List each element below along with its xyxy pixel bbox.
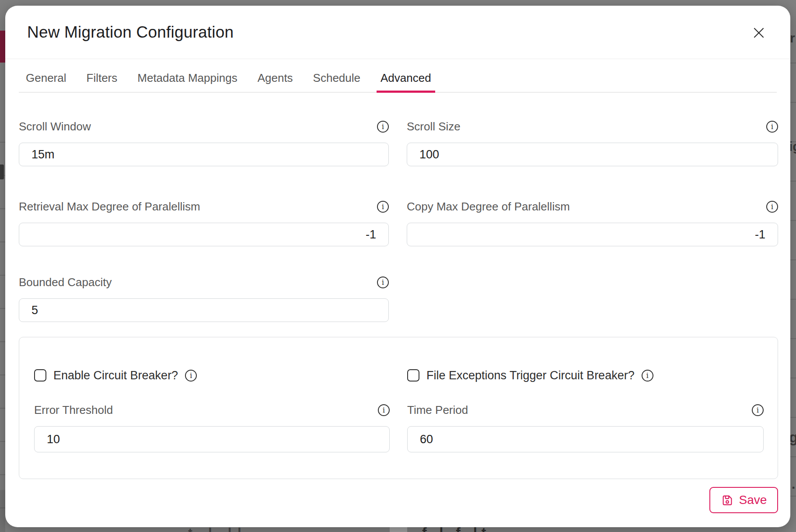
dialog-header: New Migration Configuration [5, 6, 790, 59]
screen: r ig g. . t l ll f l f lt New Migration … [0, 0, 796, 532]
info-icon[interactable]: i [377, 121, 389, 133]
retrieval-mdop-field: Retrieval Max Degree of Paralellism i -1 [19, 198, 389, 246]
scroll-window-value: 15m [31, 148, 55, 161]
empty-cell [407, 273, 778, 322]
enable-circuit-breaker-checkbox[interactable] [34, 369, 46, 382]
dialog-body: Scroll Window i 15m Scroll Size i 100 [5, 93, 790, 513]
info-icon[interactable]: i [377, 201, 389, 213]
tab-filters[interactable]: Filters [87, 71, 118, 92]
field-row-1: Scroll Window i 15m Scroll Size i 100 [19, 118, 778, 166]
time-period-value: 60 [420, 433, 433, 446]
save-button[interactable]: Save [709, 487, 778, 513]
threshold-row: Error Threshold i 10 Time Period i [34, 401, 763, 452]
circuit-breaker-section: Enable Circuit Breaker? i File Exception… [19, 337, 778, 479]
new-migration-configuration-dialog: New Migration Configuration General Filt… [5, 6, 790, 527]
backdrop-glyph-fragment [0, 164, 4, 179]
scroll-size-value: 100 [419, 148, 439, 161]
time-period-label: Time Period [407, 403, 468, 417]
retrieval-mdop-label: Retrieval Max Degree of Paralellism [19, 200, 200, 214]
enable-circuit-breaker-control: Enable Circuit Breaker? i [34, 369, 390, 382]
error-threshold-field: Error Threshold i 10 [34, 401, 390, 452]
dialog-title: New Migration Configuration [27, 23, 234, 42]
bounded-capacity-input[interactable]: 5 [19, 298, 389, 322]
scroll-window-label: Scroll Window [19, 120, 91, 133]
tab-agents[interactable]: Agents [258, 71, 293, 92]
retrieval-mdop-input[interactable]: -1 [19, 223, 389, 246]
error-threshold-value: 10 [47, 433, 60, 446]
bounded-capacity-field: Bounded Capacity i 5 [19, 273, 389, 322]
save-icon [721, 494, 734, 507]
backdrop-shade-left [0, 490, 5, 532]
scroll-size-label: Scroll Size [407, 120, 461, 133]
enable-circuit-breaker-label: Enable Circuit Breaker? [53, 369, 178, 382]
tab-advanced[interactable]: Advanced [381, 71, 431, 92]
backdrop-text-fragment: r [790, 32, 795, 45]
dialog-footer: Save [19, 487, 778, 513]
info-icon[interactable]: i [752, 404, 764, 416]
info-icon[interactable]: i [766, 121, 778, 133]
copy-mdop-field: Copy Max Degree of Paralellism i -1 [407, 198, 778, 246]
scroll-size-field: Scroll Size i 100 [407, 118, 778, 166]
save-button-label: Save [739, 493, 767, 507]
file-exceptions-trigger-control: File Exceptions Trigger Circuit Breaker?… [407, 369, 764, 382]
copy-mdop-label: Copy Max Degree of Paralellism [407, 200, 570, 214]
close-icon [752, 26, 766, 40]
error-threshold-label: Error Threshold [34, 403, 113, 417]
info-icon[interactable]: i [766, 201, 778, 213]
close-button[interactable] [750, 24, 768, 42]
tab-general[interactable]: General [26, 71, 66, 92]
file-exceptions-trigger-label: File Exceptions Trigger Circuit Breaker? [426, 369, 635, 382]
scroll-window-input[interactable]: 15m [19, 143, 389, 166]
scroll-size-input[interactable]: 100 [407, 143, 778, 166]
copy-mdop-value: -1 [755, 228, 765, 242]
info-icon[interactable]: i [642, 370, 653, 382]
info-icon[interactable]: i [185, 370, 197, 382]
backdrop-rows-right [790, 24, 796, 527]
bounded-capacity-label: Bounded Capacity [19, 276, 112, 289]
info-icon[interactable]: i [378, 404, 390, 416]
checkbox-row: Enable Circuit Breaker? i File Exception… [34, 369, 763, 401]
backdrop-text-fragment: . [792, 478, 795, 491]
tab-metadata-mappings[interactable]: Metadata Mappings [137, 71, 237, 92]
error-threshold-input[interactable]: 10 [34, 426, 390, 452]
time-period-field: Time Period i 60 [407, 401, 764, 452]
scroll-window-field: Scroll Window i 15m [19, 118, 389, 166]
dialog-tabs: General Filters Metadata Mappings Agents… [19, 59, 777, 93]
tab-schedule[interactable]: Schedule [313, 71, 360, 92]
file-exceptions-trigger-checkbox[interactable] [407, 369, 419, 382]
retrieval-mdop-value: -1 [366, 228, 376, 242]
time-period-input[interactable]: 60 [407, 426, 764, 452]
backdrop-light-column [390, 527, 407, 532]
bounded-capacity-value: 5 [31, 304, 38, 317]
field-row-3: Bounded Capacity i 5 [19, 273, 778, 322]
copy-mdop-input[interactable]: -1 [407, 223, 778, 246]
field-row-2: Retrieval Max Degree of Paralellism i -1… [19, 198, 778, 246]
info-icon[interactable]: i [377, 276, 389, 288]
